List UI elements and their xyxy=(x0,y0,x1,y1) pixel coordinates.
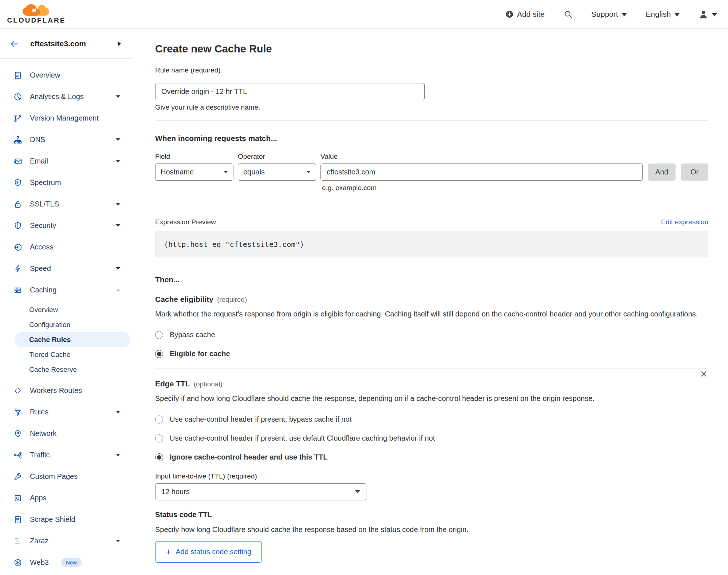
search-button[interactable] xyxy=(564,10,572,19)
ttl-select-arrow[interactable] xyxy=(349,484,366,500)
radio-use-header-bypass[interactable]: Use cache-control header if present, byp… xyxy=(155,415,708,424)
sidebar-item-label: Workers Routes xyxy=(30,386,82,395)
share-nodes-icon xyxy=(13,450,23,460)
status-code-ttl-description: Specify how long Cloudflare should cache… xyxy=(155,524,708,535)
sidebar-item-label: Speed xyxy=(30,264,51,273)
language-label: English xyxy=(646,10,671,19)
add-site-label: Add site xyxy=(517,10,545,19)
add-site-button[interactable]: Add site xyxy=(505,10,545,19)
sidebar-subitem-tiered-cache[interactable]: Tiered Cache xyxy=(0,347,132,362)
radio-use-header-default[interactable]: Use cache-control header if present, use… xyxy=(155,434,708,442)
radio-button-icon[interactable] xyxy=(155,453,163,461)
shield-icon xyxy=(13,221,23,231)
radio-label: Ignore cache-control header and use this… xyxy=(170,453,327,461)
pie-chart-icon xyxy=(13,92,23,102)
radio-button-icon[interactable] xyxy=(155,434,163,442)
expand-site-menu-icon[interactable] xyxy=(118,41,121,46)
sidebar-subitem-cache-rules[interactable]: Cache Rules xyxy=(15,332,130,347)
expression-preview-label: Expression Preview xyxy=(155,218,216,226)
sidebar-item-workers-routes[interactable]: Workers Routes xyxy=(0,380,132,401)
edit-expression-link[interactable]: Edit expression xyxy=(661,218,708,226)
or-button[interactable]: Or xyxy=(681,164,708,181)
support-menu[interactable]: Support xyxy=(591,10,627,19)
sidebar-item-dns[interactable]: DNS xyxy=(0,129,132,150)
back-arrow-icon[interactable] xyxy=(9,39,19,49)
chevron-down-icon xyxy=(712,13,717,16)
sidebar-item-analytics-logs[interactable]: Analytics & Logs xyxy=(0,86,132,107)
close-icon[interactable]: ✕ xyxy=(699,369,708,379)
sidebar-item-zaraz[interactable]: Zaraz xyxy=(0,530,132,552)
support-label: Support xyxy=(591,10,618,19)
site-name: cftestsite3.com xyxy=(30,39,86,48)
sidebar-item-label: Spectrum xyxy=(30,178,61,187)
server-stack-icon xyxy=(13,285,23,295)
language-menu[interactable]: English xyxy=(646,10,680,19)
value-help: e.g. example.com xyxy=(322,184,708,192)
sidebar-item-scrape-shield[interactable]: Scrape Shield xyxy=(0,509,132,530)
app-box-icon xyxy=(13,493,23,503)
sidebar-item-label: Zaraz xyxy=(30,537,48,545)
radio-button-icon[interactable] xyxy=(155,416,163,424)
sidebar-subitem-configuration[interactable]: Configuration xyxy=(0,317,132,332)
hexagon-globe-icon xyxy=(13,558,23,567)
optional-tag: (optional) xyxy=(194,380,223,388)
subitem-label: Cache Reserve xyxy=(29,366,77,374)
sitemap-icon xyxy=(13,135,23,145)
sidebar-subitem-cache-reserve[interactable]: Cache Reserve xyxy=(0,362,132,377)
new-badge: New xyxy=(61,558,82,567)
value-input[interactable] xyxy=(320,164,643,181)
sidebar-item-access[interactable]: Access xyxy=(0,236,132,258)
radio-eligible-for-cache[interactable]: Eligible for cache xyxy=(155,350,708,358)
radio-label: Eligible for cache xyxy=(170,350,230,358)
chevron-down-icon xyxy=(116,540,120,542)
chevron-down-icon xyxy=(355,490,360,493)
radio-button-icon[interactable] xyxy=(155,350,163,358)
cloudflare-logo[interactable]: CLOUDFLARE xyxy=(7,4,66,24)
ttl-select-value: 12 hours xyxy=(156,484,349,500)
funnel-icon xyxy=(13,407,23,417)
sidebar-item-label: Apps xyxy=(30,494,47,502)
sidebar-item-caching[interactable]: Caching xyxy=(0,279,132,301)
chevron-down-icon xyxy=(116,224,120,227)
radio-ignore-header-use-ttl[interactable]: Ignore cache-control header and use this… xyxy=(155,453,708,461)
chevron-down-icon xyxy=(116,411,120,413)
operator-column: Operator equals xyxy=(238,153,316,181)
chevron-down-icon xyxy=(116,160,120,162)
clipboard-icon xyxy=(13,71,23,80)
value-column: Value xyxy=(320,153,643,181)
wrench-icon xyxy=(13,472,23,481)
sidebar-item-speed[interactable]: Speed xyxy=(0,258,132,279)
add-status-code-setting-button[interactable]: + Add status code setting xyxy=(155,541,262,563)
sidebar-subitem-overview[interactable]: Overview xyxy=(0,302,132,317)
expression-code: (http.host eq "cftestsite3.com") xyxy=(155,231,708,257)
sidebar-item-rules[interactable]: Rules xyxy=(0,401,132,423)
sidebar-item-ssl-tls[interactable]: SSL/TLS xyxy=(0,193,132,215)
chevron-up-icon xyxy=(117,289,120,291)
section-divider xyxy=(155,120,708,121)
top-bar: CLOUDFLARE Add site Support English xyxy=(0,0,728,29)
account-menu[interactable] xyxy=(699,9,717,19)
sidebar-item-version-management[interactable]: Version Management xyxy=(0,107,132,129)
sidebar-item-custom-pages[interactable]: Custom Pages xyxy=(0,466,132,487)
sidebar-item-email[interactable]: Email xyxy=(0,150,132,172)
sidebar-item-apps[interactable]: Apps xyxy=(0,487,132,509)
sidebar-item-network[interactable]: Network xyxy=(0,423,132,444)
and-button[interactable]: And xyxy=(648,164,676,181)
shield-asterisk-icon xyxy=(13,178,23,188)
sidebar-item-security[interactable]: Security xyxy=(0,215,132,236)
chevron-down-icon xyxy=(674,13,680,16)
field-select[interactable]: Hostname xyxy=(155,164,233,181)
rule-name-input[interactable] xyxy=(155,83,425,100)
required-tag: (required) xyxy=(217,296,247,304)
sidebar-item-label: SSL/TLS xyxy=(30,200,59,208)
sidebar-item-overview[interactable]: Overview xyxy=(0,64,132,86)
operator-select[interactable]: equals xyxy=(238,164,316,181)
sidebar-item-label: Version Management xyxy=(30,114,99,122)
sidebar-item-traffic[interactable]: Traffic xyxy=(0,444,132,466)
ttl-select[interactable]: 12 hours xyxy=(155,483,366,500)
caching-submenu: Overview Configuration Cache Rules Tiere… xyxy=(0,301,132,380)
sidebar-item-spectrum[interactable]: Spectrum xyxy=(0,172,132,193)
sidebar-item-web3[interactable]: Web3 New xyxy=(0,552,132,573)
radio-button-icon[interactable] xyxy=(155,331,163,339)
radio-bypass-cache[interactable]: Bypass cache xyxy=(155,331,708,339)
